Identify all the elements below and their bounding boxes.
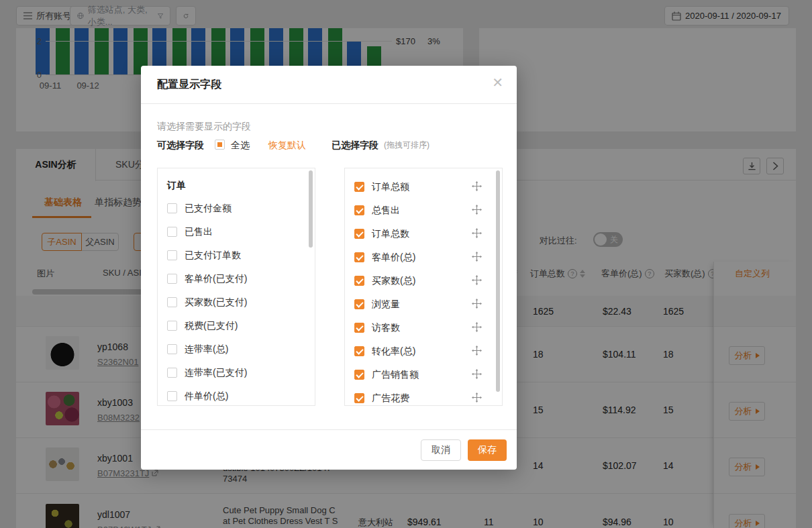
field-checkbox[interactable] bbox=[167, 321, 177, 331]
field-checkbox[interactable] bbox=[167, 391, 177, 401]
save-button[interactable]: 保存 bbox=[468, 439, 507, 461]
drag-handle-icon[interactable] bbox=[472, 275, 482, 287]
drag-handle-icon[interactable] bbox=[472, 299, 482, 311]
cancel-button[interactable]: 取消 bbox=[421, 439, 461, 461]
field-label: 客单价(已支付) bbox=[185, 273, 247, 285]
list-scrollbar[interactable] bbox=[309, 170, 313, 248]
restore-default-link[interactable]: 恢复默认 bbox=[268, 140, 306, 152]
field-checkbox[interactable] bbox=[167, 344, 177, 354]
drag-handle-icon[interactable] bbox=[472, 228, 482, 240]
select-all-label[interactable]: 全选 bbox=[231, 140, 250, 152]
field-label: 连带率(总) bbox=[185, 344, 228, 356]
field-checkbox-checked[interactable] bbox=[354, 252, 364, 262]
drag-handle-icon[interactable] bbox=[472, 205, 482, 217]
selected-fields-list: 订单总额总售出订单总数客单价(总)买家数(总)浏览量访客数转化率(总)广告销售额… bbox=[344, 168, 503, 406]
drag-handle-icon[interactable] bbox=[472, 252, 482, 264]
field-label: 税费(已支付) bbox=[185, 320, 238, 332]
field-label: 买家数(总) bbox=[372, 275, 415, 287]
field-checkbox-checked[interactable] bbox=[354, 205, 364, 215]
available-field-item[interactable]: 连带率(已支付) bbox=[167, 361, 305, 384]
field-label: 浏览量 bbox=[372, 299, 400, 311]
field-checkbox-checked[interactable] bbox=[354, 299, 364, 309]
selected-field-item[interactable]: 广告销售额 bbox=[354, 363, 493, 386]
field-checkbox-checked[interactable] bbox=[354, 229, 364, 239]
selected-fields-label: 已选择字段 bbox=[332, 140, 378, 152]
modal-footer: 取消 保存 bbox=[141, 429, 517, 470]
available-field-item[interactable]: 客单价(已支付) bbox=[167, 267, 305, 291]
available-fields-label: 可选择字段 bbox=[157, 140, 204, 152]
field-label: 买家数(已支付) bbox=[185, 297, 247, 309]
field-label: 客单价(总) bbox=[372, 252, 415, 264]
available-field-item[interactable]: 件单价(总) bbox=[167, 384, 305, 406]
field-checkbox[interactable] bbox=[167, 203, 177, 213]
available-field-item[interactable]: 连带率(总) bbox=[167, 337, 305, 361]
selected-field-item[interactable]: 访客数 bbox=[354, 316, 493, 339]
field-label: 订单总数 bbox=[372, 228, 409, 240]
field-label: 转化率(总) bbox=[372, 346, 415, 358]
available-fields-list: 订单已支付金额已售出已支付订单数客单价(已支付)买家数(已支付)税费(已支付)连… bbox=[157, 168, 315, 406]
configure-fields-modal: 配置显示字段 ✕ 请选择需要显示的字段 可选择字段 全选 恢复默认 已选择字段 … bbox=[141, 66, 517, 470]
field-label: 已售出 bbox=[185, 226, 213, 238]
selected-field-item[interactable]: 浏览量 bbox=[354, 293, 493, 316]
field-checkbox-checked[interactable] bbox=[354, 276, 364, 286]
field-checkbox[interactable] bbox=[167, 274, 177, 284]
select-all-checkbox[interactable] bbox=[215, 140, 225, 150]
list-scrollbar[interactable] bbox=[496, 170, 500, 392]
drag-handle-icon[interactable] bbox=[472, 322, 482, 334]
field-label: 访客数 bbox=[372, 322, 400, 334]
field-checkbox[interactable] bbox=[167, 227, 177, 237]
field-label: 广告销售额 bbox=[372, 369, 419, 381]
selected-field-item[interactable]: 总售出 bbox=[354, 199, 493, 222]
selected-field-item[interactable]: 买家数(总) bbox=[354, 269, 493, 293]
drag-handle-icon[interactable] bbox=[472, 346, 482, 358]
available-field-item[interactable]: 已支付订单数 bbox=[167, 244, 305, 267]
field-label: 件单价(总) bbox=[185, 390, 228, 403]
selected-field-item[interactable]: 转化率(总) bbox=[354, 339, 493, 363]
selected-field-item[interactable]: 广告花费 bbox=[354, 386, 493, 406]
field-checkbox-checked[interactable] bbox=[354, 393, 364, 403]
field-checkbox[interactable] bbox=[167, 368, 177, 378]
field-label: 广告花费 bbox=[372, 392, 409, 405]
field-checkbox[interactable] bbox=[167, 297, 177, 307]
drag-handle-icon[interactable] bbox=[472, 181, 482, 193]
field-checkbox-checked[interactable] bbox=[354, 370, 364, 380]
field-checkbox-checked[interactable] bbox=[354, 346, 364, 356]
field-label: 已支付订单数 bbox=[185, 250, 241, 262]
field-checkbox[interactable] bbox=[167, 250, 177, 260]
field-label: 订单总额 bbox=[372, 181, 409, 193]
available-field-item[interactable]: 已支付金额 bbox=[167, 197, 305, 220]
modal-header: 配置显示字段 ✕ bbox=[141, 66, 517, 104]
drag-handle-icon[interactable] bbox=[472, 369, 482, 381]
field-checkbox-checked[interactable] bbox=[354, 323, 364, 333]
available-field-item[interactable]: 买家数(已支付) bbox=[167, 291, 305, 314]
selected-field-item[interactable]: 订单总额 bbox=[354, 175, 493, 199]
field-label: 已支付金额 bbox=[185, 203, 232, 215]
modal-subtitle: 请选择需要显示的字段 bbox=[157, 121, 251, 133]
drag-handle-icon[interactable] bbox=[472, 392, 482, 405]
modal-title: 配置显示字段 bbox=[157, 78, 221, 92]
available-field-item[interactable]: 税费(已支付) bbox=[167, 314, 305, 337]
selected-field-item[interactable]: 订单总数 bbox=[354, 222, 493, 246]
selected-field-item[interactable]: 客单价(总) bbox=[354, 246, 493, 269]
field-checkbox-checked[interactable] bbox=[354, 182, 364, 192]
field-label: 连带率(已支付) bbox=[185, 367, 247, 379]
drag-sort-hint: (拖拽可排序) bbox=[384, 140, 429, 151]
available-field-item[interactable]: 已售出 bbox=[167, 220, 305, 244]
field-group-label: 订单 bbox=[167, 176, 305, 197]
close-icon[interactable]: ✕ bbox=[492, 76, 503, 89]
field-label: 总售出 bbox=[372, 205, 400, 217]
